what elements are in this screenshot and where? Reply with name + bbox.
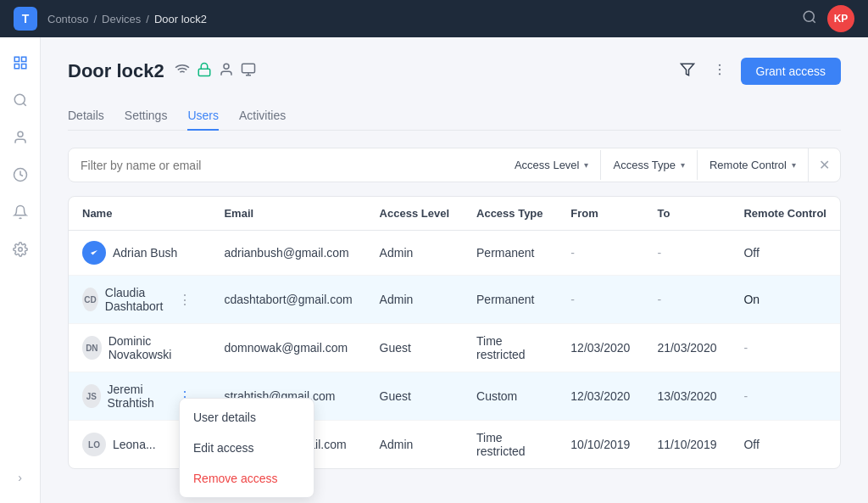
user-name: Adrian Bush [113, 246, 177, 260]
breadcrumb-current: Door lock2 [154, 13, 207, 25]
context-menu-remove-access[interactable]: Remove access [180, 463, 314, 494]
cell-to: 13/03/2020 [643, 372, 730, 421]
sidebar-icon-person[interactable] [5, 122, 36, 153]
svg-rect-12 [198, 69, 210, 75]
sidebar-icon-search[interactable] [5, 85, 36, 115]
cell-from: - [557, 231, 643, 276]
cell-email: domnowak@gmail.com [210, 324, 365, 372]
col-email: Email [210, 197, 365, 231]
device-icons [175, 62, 256, 81]
sidebar: › [0, 37, 41, 503]
svg-rect-14 [242, 64, 254, 73]
svg-point-8 [18, 131, 23, 137]
cell-name: CD Claudia Dashtabort ⋮ [69, 276, 210, 324]
cell-name: Adrian Bush [69, 231, 210, 276]
col-name: Name [69, 197, 210, 231]
avatar: LO [82, 433, 106, 456]
page-header: Door lock2 [68, 58, 841, 85]
cell-access-type: Time restricted [463, 421, 557, 469]
cell-access-level: Admin [366, 276, 463, 324]
app-logo[interactable]: T [14, 7, 37, 31]
search-icon[interactable] [802, 9, 817, 29]
sidebar-icon-settings[interactable] [5, 234, 36, 265]
tab-details[interactable]: Details [68, 102, 104, 131]
svg-point-13 [224, 64, 229, 69]
avatar: JS [82, 384, 101, 408]
breadcrumb: Contoso / Devices / Door lock2 [47, 13, 207, 25]
cell-remote-control: Off [730, 421, 840, 469]
cell-access-level: Admin [366, 231, 463, 276]
access-type-dropdown[interactable]: Access Type ▾ [600, 150, 696, 180]
page-tabs: Details Settings Users Activities [68, 102, 841, 131]
row-menu-button[interactable]: ⋮ [173, 290, 197, 310]
col-remote-control: Remote Control [730, 197, 840, 231]
cell-name: JS Jeremi Strahtish ⋮ User details Edit … [69, 372, 210, 421]
tab-activities[interactable]: Activities [239, 102, 286, 131]
display-icon [241, 62, 256, 81]
grant-access-button[interactable]: Grant access [741, 58, 841, 85]
user-name: Jeremi Strahtish [108, 383, 174, 410]
cell-access-level: Guest [366, 324, 463, 372]
user-name: Claudia Dashtabort [105, 286, 174, 313]
cell-remote-control: Off [730, 231, 840, 276]
cell-to: 21/03/2020 [643, 324, 730, 372]
svg-point-20 [718, 73, 720, 75]
filter-search-input[interactable] [69, 150, 503, 181]
col-access-type: Access Type [463, 197, 557, 231]
cell-access-level: Admin [366, 421, 463, 469]
cell-access-type: Time restricted [463, 324, 557, 372]
remote-control-chevron: ▾ [792, 160, 796, 170]
lock-icon [197, 62, 212, 81]
svg-line-1 [812, 20, 815, 22]
cell-from: 12/03/2020 [557, 324, 643, 372]
filter-button[interactable] [676, 59, 698, 85]
svg-line-7 [23, 103, 25, 105]
cell-access-type: Custom [463, 372, 557, 421]
user-name: Dominic Novakowski [108, 334, 198, 361]
cell-access-type: Permanent [463, 276, 557, 324]
table-row: Adrian Bush adrianbush@gmail.com Admin P… [69, 231, 840, 276]
tab-users[interactable]: Users [187, 102, 219, 131]
context-menu-user-details[interactable]: User details [180, 402, 314, 433]
cell-from: 10/10/2019 [557, 421, 643, 469]
avatar: DN [82, 336, 102, 360]
cell-from: - [557, 276, 643, 324]
cell-from: 12/03/2020 [557, 372, 643, 421]
filter-bar: Access Level ▾ Access Type ▾ Remote Cont… [68, 148, 841, 182]
more-options-button[interactable] [709, 59, 731, 85]
user-name: Leona... [113, 438, 156, 451]
context-menu: User details Edit access Remove access [179, 398, 314, 498]
avatar: CD [82, 288, 98, 311]
users-table: Name Email Access Level Access Type From… [68, 196, 841, 469]
svg-point-19 [718, 68, 720, 70]
main-content: Door lock2 [41, 37, 868, 503]
cell-remote-control: - [730, 324, 840, 372]
table-row: CD Claudia Dashtabort ⋮ cdashtabort@gmai… [69, 276, 840, 324]
sidebar-icon-bell[interactable] [5, 197, 36, 227]
breadcrumb-contoso[interactable]: Contoso [47, 13, 88, 25]
access-level-dropdown[interactable]: Access Level ▾ [503, 150, 601, 180]
table-row: DN Dominic Novakowski domnowak@gmail.com… [69, 324, 840, 372]
cell-email: adrianbush@gmail.com [210, 231, 365, 276]
sidebar-icon-clock[interactable] [5, 159, 36, 190]
cell-to: - [643, 276, 730, 324]
filter-close-button[interactable]: ✕ [808, 148, 840, 182]
svg-point-10 [18, 248, 22, 252]
svg-rect-4 [14, 64, 19, 69]
svg-rect-5 [21, 64, 25, 69]
cell-access-level: Guest [366, 372, 463, 421]
cell-email: cdashtabort@gmail.com [210, 276, 365, 324]
cell-remote-control: On [730, 276, 840, 324]
user-icon [219, 62, 234, 81]
col-to: To [643, 197, 730, 231]
svg-point-6 [14, 94, 25, 104]
context-menu-edit-access[interactable]: Edit access [180, 433, 314, 463]
breadcrumb-devices[interactable]: Devices [102, 13, 141, 25]
sidebar-expand-btn[interactable]: › [5, 462, 36, 493]
tab-settings[interactable]: Settings [125, 102, 168, 131]
cell-remote-control: - [730, 372, 840, 421]
user-avatar[interactable]: KP [827, 5, 854, 32]
sidebar-icon-grid[interactable] [5, 48, 36, 78]
remote-control-dropdown[interactable]: Remote Control ▾ [697, 150, 808, 180]
topbar: T Contoso / Devices / Door lock2 KP [0, 0, 868, 37]
